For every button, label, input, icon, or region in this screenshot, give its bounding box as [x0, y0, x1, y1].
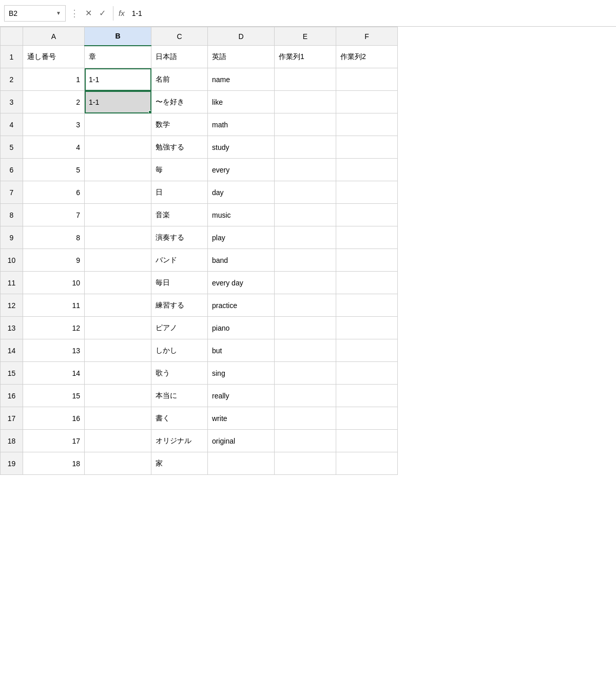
cell-A18[interactable]: 17 — [23, 430, 85, 452]
cell-B13[interactable] — [85, 317, 151, 339]
row-header-11[interactable]: 11 — [1, 272, 23, 294]
cell-B2[interactable]: 1-1 — [85, 68, 151, 91]
row-header-12[interactable]: 12 — [1, 294, 23, 317]
cell-A2[interactable]: 1 — [23, 68, 85, 91]
cell-E5[interactable] — [275, 136, 336, 159]
cell-D19[interactable] — [208, 452, 275, 475]
cell-A12[interactable]: 11 — [23, 294, 85, 317]
cell-B3[interactable]: 1-1 — [85, 91, 151, 113]
col-header-F[interactable]: F — [336, 27, 398, 46]
cell-B14[interactable] — [85, 339, 151, 362]
cell-B15[interactable] — [85, 362, 151, 385]
cell-D2[interactable]: name — [208, 68, 275, 91]
cell-D10[interactable]: band — [208, 249, 275, 272]
cell-E17[interactable] — [275, 407, 336, 430]
cell-E15[interactable] — [275, 362, 336, 385]
cell-B6[interactable] — [85, 159, 151, 181]
cell-D14[interactable]: but — [208, 339, 275, 362]
row-header-17[interactable]: 17 — [1, 407, 23, 430]
cell-B17[interactable] — [85, 407, 151, 430]
cell-D6[interactable]: every — [208, 159, 275, 181]
cell-F17[interactable] — [336, 407, 398, 430]
cell-F18[interactable] — [336, 430, 398, 452]
row-header-5[interactable]: 5 — [1, 136, 23, 159]
cell-C5[interactable]: 勉強する — [151, 136, 208, 159]
row-header-3[interactable]: 3 — [1, 91, 23, 113]
cell-C11[interactable]: 毎日 — [151, 272, 208, 294]
cell-A5[interactable]: 4 — [23, 136, 85, 159]
cell-D17[interactable]: write — [208, 407, 275, 430]
cell-D11[interactable]: every day — [208, 272, 275, 294]
row-header-1[interactable]: 1 — [1, 46, 23, 68]
cell-A9[interactable]: 8 — [23, 226, 85, 249]
cell-F11[interactable] — [336, 272, 398, 294]
cell-E18[interactable] — [275, 430, 336, 452]
cell-A17[interactable]: 16 — [23, 407, 85, 430]
col-header-A[interactable]: A — [23, 27, 85, 46]
cell-E9[interactable] — [275, 226, 336, 249]
cell-A14[interactable]: 13 — [23, 339, 85, 362]
cell-F15[interactable] — [336, 362, 398, 385]
cell-B18[interactable] — [85, 430, 151, 452]
cell-F16[interactable] — [336, 385, 398, 407]
cell-C7[interactable]: 日 — [151, 181, 208, 204]
cell-D8[interactable]: music — [208, 204, 275, 226]
cell-F14[interactable] — [336, 339, 398, 362]
cancel-icon[interactable]: ✕ — [83, 7, 94, 19]
cell-A4[interactable]: 3 — [23, 113, 85, 136]
cell-A3[interactable]: 2 — [23, 91, 85, 113]
cell-E4[interactable] — [275, 113, 336, 136]
cell-E14[interactable] — [275, 339, 336, 362]
cell-B12[interactable] — [85, 294, 151, 317]
col-header-C[interactable]: C — [151, 27, 208, 46]
cell-E10[interactable] — [275, 249, 336, 272]
col-header-E[interactable]: E — [275, 27, 336, 46]
row-header-18[interactable]: 18 — [1, 430, 23, 452]
cell-D7[interactable]: day — [208, 181, 275, 204]
cell-C3[interactable]: 〜を好き — [151, 91, 208, 113]
row-header-16[interactable]: 16 — [1, 385, 23, 407]
row-header-10[interactable]: 10 — [1, 249, 23, 272]
col-header-B[interactable]: B — [85, 27, 151, 46]
cell-C18[interactable]: オリジナル — [151, 430, 208, 452]
cell-E11[interactable] — [275, 272, 336, 294]
cell-C6[interactable]: 毎 — [151, 159, 208, 181]
cell-B10[interactable] — [85, 249, 151, 272]
row-header-14[interactable]: 14 — [1, 339, 23, 362]
cell-C13[interactable]: ピアノ — [151, 317, 208, 339]
cell-E6[interactable] — [275, 159, 336, 181]
row-header-8[interactable]: 8 — [1, 204, 23, 226]
cell-A11[interactable]: 10 — [23, 272, 85, 294]
cell-D13[interactable]: piano — [208, 317, 275, 339]
cell-F1[interactable]: 作業列2 — [336, 46, 398, 68]
cell-D3[interactable]: like — [208, 91, 275, 113]
confirm-icon[interactable]: ✓ — [97, 7, 108, 19]
cell-A1[interactable]: 通し番号 — [23, 46, 85, 68]
cell-E3[interactable] — [275, 91, 336, 113]
cell-F5[interactable] — [336, 136, 398, 159]
cell-B5[interactable] — [85, 136, 151, 159]
cell-F4[interactable] — [336, 113, 398, 136]
cell-name-box[interactable]: B2 ▼ — [4, 5, 66, 22]
cell-F6[interactable] — [336, 159, 398, 181]
cell-C16[interactable]: 本当に — [151, 385, 208, 407]
cell-A16[interactable]: 15 — [23, 385, 85, 407]
cell-C2[interactable]: 名前 — [151, 68, 208, 91]
cell-B8[interactable] — [85, 204, 151, 226]
cell-C17[interactable]: 書く — [151, 407, 208, 430]
cell-F12[interactable] — [336, 294, 398, 317]
cell-B19[interactable] — [85, 452, 151, 475]
cell-B11[interactable] — [85, 272, 151, 294]
cell-A13[interactable]: 12 — [23, 317, 85, 339]
cell-C9[interactable]: 演奏する — [151, 226, 208, 249]
cell-C8[interactable]: 音楽 — [151, 204, 208, 226]
cell-A7[interactable]: 6 — [23, 181, 85, 204]
cell-D16[interactable]: really — [208, 385, 275, 407]
cell-F8[interactable] — [336, 204, 398, 226]
cell-B9[interactable] — [85, 226, 151, 249]
cell-A15[interactable]: 14 — [23, 362, 85, 385]
cell-D15[interactable]: sing — [208, 362, 275, 385]
cell-F3[interactable] — [336, 91, 398, 113]
cell-C14[interactable]: しかし — [151, 339, 208, 362]
cell-F9[interactable] — [336, 226, 398, 249]
